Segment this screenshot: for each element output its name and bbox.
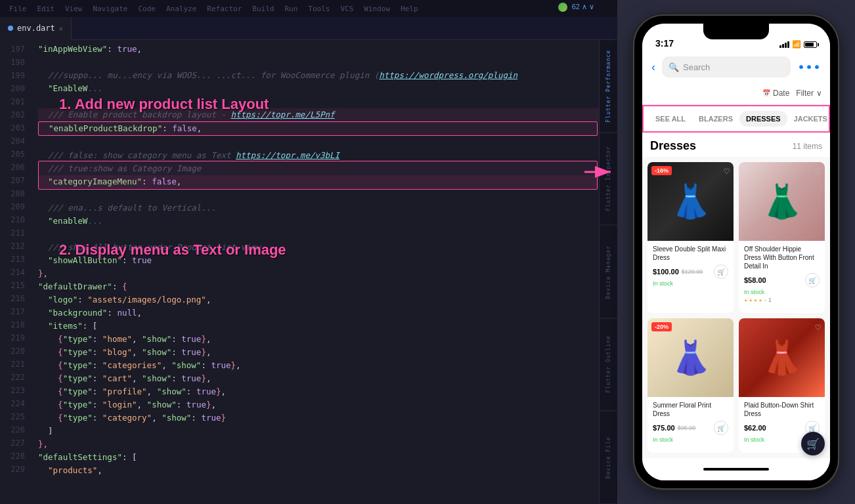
sort-filter-bar: 📅 Date Filter ∨ bbox=[642, 81, 830, 105]
perf-circle-icon bbox=[558, 3, 567, 12]
chevron-down-icon: ∨ bbox=[816, 89, 822, 98]
flutter-performance-label[interactable]: Flutter Performance bbox=[600, 40, 617, 133]
code-editor[interactable]: 1. Add new product list Layout "inAppWeb… bbox=[32, 40, 617, 504]
category-tab-blazers[interactable]: BLAZERS bbox=[692, 111, 739, 127]
device-file-label[interactable]: Device File bbox=[600, 411, 617, 504]
topbar-view[interactable]: View bbox=[62, 5, 85, 13]
product-info-2: Off Shoulder Hippie Dress With Button Fr… bbox=[739, 241, 825, 313]
phone-screen: 3:17 📶 ‹ 🔍 bbox=[642, 24, 830, 480]
topbar-help[interactable]: Help bbox=[398, 5, 421, 13]
product-name-2: Off Shoulder Hippie Dress With Button Fr… bbox=[744, 245, 820, 270]
topbar-edit[interactable]: Edit bbox=[35, 5, 58, 13]
back-button[interactable]: ‹ bbox=[649, 60, 658, 74]
products-section: Dresses 11 items -16% ♡ Sleeve Double Sp… bbox=[642, 133, 830, 458]
date-sort-option[interactable]: 📅 Date bbox=[762, 89, 789, 98]
code-line: "enableW... bbox=[38, 215, 617, 228]
product-image-3: -20% ♡ bbox=[647, 318, 734, 397]
flutter-performance-indicator: 62 ∧ ∨ bbox=[558, 3, 594, 12]
calendar-icon: 📅 bbox=[762, 89, 770, 96]
topbar-tools[interactable]: Tools bbox=[305, 5, 332, 13]
wishlist-button-3[interactable]: ♡ bbox=[724, 322, 730, 333]
topbar-run[interactable]: Run bbox=[282, 5, 300, 13]
star-1: ★ bbox=[744, 297, 747, 303]
device-manager-label[interactable]: Device Manager bbox=[600, 226, 617, 318]
products-header: Dresses 11 items bbox=[642, 133, 830, 157]
category-tab-dresses[interactable]: DRESSES bbox=[739, 111, 787, 127]
filter-option[interactable]: Filter ∨ bbox=[796, 89, 822, 98]
code-line-highlight-2: "categoryImageMenu": false, bbox=[38, 175, 598, 188]
code-line: {"type": "login", "show": true}, bbox=[38, 398, 617, 411]
flutter-inspector-label[interactable]: Flutter Inspector bbox=[600, 133, 617, 225]
product-stock-3: In stock bbox=[653, 436, 728, 443]
code-line bbox=[38, 188, 617, 201]
home-indicator-bar bbox=[642, 458, 830, 480]
floating-cart-button[interactable]: 🛒 bbox=[801, 432, 825, 455]
product-price-4: $62.00 bbox=[744, 424, 766, 432]
editor-topbar: File Edit View Navigate Code Analyze Ref… bbox=[0, 0, 617, 17]
product-stock-2: In stock bbox=[744, 289, 820, 295]
signal-bar-2 bbox=[782, 44, 784, 48]
category-tab-jackets[interactable]: JACKETS bbox=[787, 111, 829, 127]
tab-label: env.dart bbox=[17, 24, 55, 33]
phone-preview-panel: 3:17 📶 ‹ 🔍 bbox=[617, 0, 855, 504]
topbar-file[interactable]: File bbox=[7, 5, 30, 13]
products-title: Dresses bbox=[650, 139, 696, 153]
code-line bbox=[38, 136, 617, 149]
code-line: "inAppWebView": true, bbox=[38, 43, 617, 56]
code-line: ] bbox=[38, 425, 617, 438]
product-card-3[interactable]: -20% ♡ Summer Floral Print Dress $75.00 … bbox=[647, 318, 734, 453]
code-line: "defaultDrawer": { bbox=[38, 280, 617, 293]
tab-close-button[interactable]: ✕ bbox=[59, 25, 63, 32]
topbar-window[interactable]: Window bbox=[361, 5, 393, 13]
editor-panel: File Edit View Navigate Code Analyze Ref… bbox=[0, 0, 617, 504]
topbar-vcs[interactable]: VCS bbox=[338, 5, 356, 13]
category-tab-see-all[interactable]: SEE ALL bbox=[649, 111, 692, 127]
code-line: /// false: show category menu as Text ht… bbox=[38, 149, 617, 162]
add-to-cart-1[interactable]: 🛒 bbox=[714, 264, 728, 279]
rating-count-2: 1 bbox=[768, 297, 772, 303]
topbar-analyze[interactable]: Analyze bbox=[164, 5, 199, 13]
product-price-3: $75.00 bbox=[653, 424, 675, 432]
product-image-2: ♡ bbox=[739, 162, 825, 241]
topbar-refactor[interactable]: Refactor bbox=[204, 5, 244, 13]
code-line: {"type": "category", "show": true} bbox=[38, 411, 617, 425]
flutter-outline-label[interactable]: Flutter Outline bbox=[600, 318, 617, 411]
wishlist-button-1[interactable]: ♡ bbox=[724, 166, 730, 177]
code-line: "products", bbox=[38, 464, 617, 477]
code-line-highlight-1: "enableProductBackdrop": false, bbox=[38, 121, 598, 136]
product-price-2: $58.00 bbox=[744, 276, 766, 284]
tab-env-dart[interactable]: env.dart ✕ bbox=[0, 17, 72, 40]
product-card-1[interactable]: -16% ♡ Sleeve Double Split Maxi Dress $1… bbox=[647, 162, 734, 313]
discount-badge-1: -16% bbox=[651, 166, 672, 175]
products-grid: -16% ♡ Sleeve Double Split Maxi Dress $1… bbox=[642, 157, 830, 458]
signal-bar-1 bbox=[779, 45, 781, 48]
sort-date-label: Date bbox=[773, 89, 789, 98]
add-to-cart-2[interactable]: 🛒 bbox=[805, 273, 820, 287]
code-line: /// ena...s default to Vertical... bbox=[38, 201, 617, 215]
search-icon: 🔍 bbox=[669, 62, 679, 72]
search-input-box[interactable]: 🔍 Search bbox=[662, 56, 791, 77]
status-icons: 📶 bbox=[779, 40, 817, 49]
topbar-build[interactable]: Build bbox=[250, 5, 276, 13]
product-image-1: -16% ♡ bbox=[647, 162, 734, 241]
code-line: "defaultSettings": [ bbox=[38, 451, 617, 464]
product-rating-2: ★ ★ ★ ★ ★ 1 bbox=[744, 297, 820, 303]
category-tabs: SEE ALL BLAZERS DRESSES JACKETS JEANS bbox=[644, 106, 829, 131]
add-to-cart-3[interactable]: 🛒 bbox=[714, 421, 728, 435]
product-name-1: Sleeve Double Split Maxi Dress bbox=[653, 245, 728, 262]
line-numbers: 197 198 199 200 201 202 203 204 205 206 … bbox=[0, 40, 32, 504]
code-line: "showAllButton": true bbox=[38, 254, 617, 267]
discount-badge-3: -20% bbox=[651, 322, 672, 331]
code-line: {"type": "categories", "show": true}, bbox=[38, 359, 617, 372]
topbar-navigate[interactable]: Navigate bbox=[91, 5, 131, 13]
code-line: "logo": "assets/images/logo.png", bbox=[38, 293, 617, 306]
wishlist-button-4[interactable]: ♡ bbox=[816, 322, 821, 333]
code-line: "background": null, bbox=[38, 306, 617, 320]
code-line: "EnableW... bbox=[38, 82, 617, 95]
more-options-button[interactable]: ••• bbox=[795, 59, 823, 75]
product-name-4: Plaid Button-Down Shirt Dress bbox=[744, 401, 820, 418]
topbar-code[interactable]: Code bbox=[135, 5, 158, 13]
wishlist-button-2[interactable]: ♡ bbox=[816, 166, 821, 177]
right-panel-labels: Flutter Performance Flutter Inspector De… bbox=[599, 40, 617, 504]
product-card-2[interactable]: ♡ Off Shoulder Hippie Dress With Button … bbox=[739, 162, 825, 313]
